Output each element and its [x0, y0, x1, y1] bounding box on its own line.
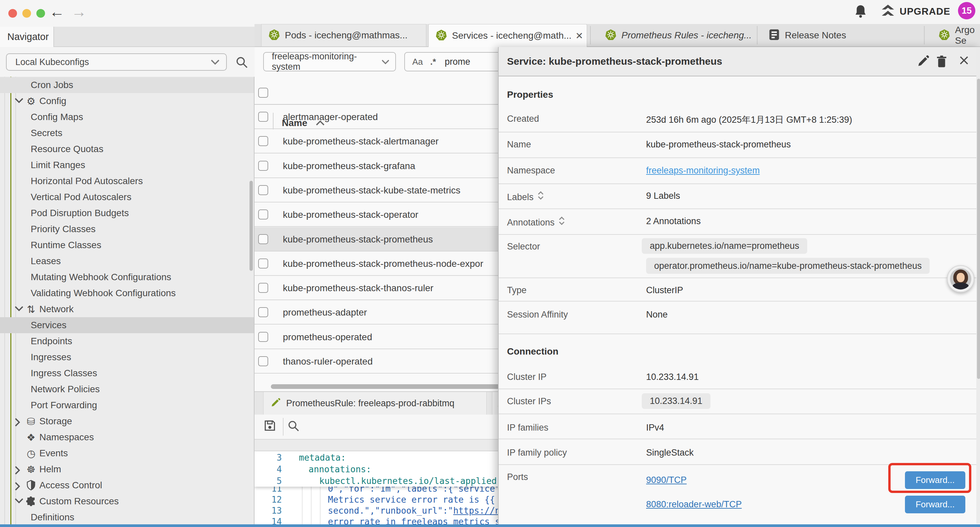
yaml-editor[interactable]: 11 0","for":"1m","labels":{"service":"f …: [255, 451, 503, 524]
forward-icon[interactable]: →: [72, 3, 87, 21]
cluster-ip-value: 10.233.14.91: [646, 372, 699, 382]
table-row-kube-prometheus-stack-thanos-ruler[interactable]: kube-prometheus-stack-thanos-ruler: [255, 276, 503, 300]
search-input[interactable]: Aa .* prome: [404, 52, 503, 72]
editor-tab-prometheusrule[interactable]: PrometheusRule: freeleaps-prod-rabbitmq: [263, 392, 487, 415]
table-row-alertmanager-operated[interactable]: alertmanager-operated: [255, 105, 503, 129]
table-row-thanos-ruler-operated[interactable]: thanos-ruler-operated: [255, 349, 503, 374]
port-link-9090[interactable]: 9090/TCP: [646, 475, 687, 485]
editor-search-icon[interactable]: [288, 420, 299, 433]
tab-argo[interactable]: Argo Se: [932, 24, 980, 46]
tab-navigator[interactable]: Navigator: [0, 27, 54, 47]
row-checkbox[interactable]: [258, 332, 268, 342]
detail-scrollbar[interactable]: [977, 79, 980, 379]
section-heading-connection: Connection: [507, 346, 558, 357]
created-value: 253d 16h 6m ago (2025年1月13日 GMT+8 1:25:3…: [646, 114, 852, 126]
row-checkbox[interactable]: [258, 283, 268, 293]
active-indent-guide: [10, 77, 11, 524]
services-list-panel: freeleaps-monitoring-system Aa .* prome …: [255, 47, 503, 524]
name-label: Name: [507, 139, 531, 150]
row-checkbox[interactable]: [258, 258, 268, 269]
namespace-select[interactable]: freeleaps-monitoring-system: [263, 52, 396, 72]
indent-guide: [4, 77, 5, 524]
annotations-value: 2 Annotations: [646, 216, 701, 226]
editor-line: 13 second.","runbook_url":"https://net: [255, 505, 503, 516]
session-affinity-label: Session Affinity: [507, 309, 568, 320]
table-row-kube-prometheus-stack-operator[interactable]: kube-prometheus-stack-operator: [255, 202, 503, 227]
close-icon[interactable]: [958, 54, 970, 68]
service-name-cell: kube-prometheus-stack-kube-state-metrics: [283, 178, 460, 202]
detail-header: Service: kube-prometheus-stack-prometheu…: [499, 47, 980, 76]
table-row-prometheus-adapter[interactable]: prometheus-adapter: [255, 300, 503, 325]
selector-badge: app.kubernetes.io/name=prometheus: [642, 238, 807, 254]
service-name-cell: kube-prometheus-stack-prometheus-node-ex…: [283, 252, 483, 276]
edit-icon[interactable]: [916, 55, 929, 69]
maximize-window-button[interactable]: [37, 9, 45, 18]
row-checkbox[interactable]: [258, 136, 268, 146]
section-heading-properties: Properties: [507, 89, 554, 100]
namespace-label: Namespace: [507, 166, 555, 176]
save-icon[interactable]: [264, 419, 276, 433]
ip-families-value: IPv4: [646, 423, 664, 433]
table-row-kube-prometheus-stack-prometheus-node-expor[interactable]: kube-prometheus-stack-prometheus-node-ex…: [255, 252, 503, 276]
bell-icon[interactable]: [854, 4, 867, 20]
namespace-link[interactable]: freeleaps-monitoring-system: [646, 166, 760, 176]
expand-collapse-icon[interactable]: [538, 191, 544, 202]
service-name-cell: thanos-ruler-operated: [283, 349, 372, 374]
table-row-kube-prometheus-stack-grafana[interactable]: kube-prometheus-stack-grafana: [255, 154, 503, 178]
ip-family-policy-value: SingleStack: [646, 447, 694, 458]
upgrade-button[interactable]: UPGRADE: [900, 6, 950, 17]
chevron-down-icon: [382, 59, 389, 64]
ip-families-label: IP families: [507, 423, 548, 433]
select-all-checkbox[interactable]: [258, 88, 268, 98]
row-checkbox[interactable]: [258, 234, 268, 244]
regex-toggle[interactable]: .*: [430, 57, 436, 67]
expand-collapse-icon[interactable]: [559, 216, 565, 228]
tab-release-notes[interactable]: Release Notes: [762, 24, 922, 46]
service-name-cell: kube-prometheus-stack-prometheus: [283, 227, 433, 252]
table-row-kube-prometheus-stack-prometheus[interactable]: kube-prometheus-stack-prometheus: [255, 227, 503, 252]
row-checkbox[interactable]: [258, 185, 268, 195]
runbook-url-link: https://net: [453, 506, 503, 516]
service-name-cell: kube-prometheus-stack-operator: [283, 202, 418, 227]
service-detail-panel: Service: kube-prometheus-stack-prometheu…: [498, 47, 980, 524]
upgrade-chevrons-icon[interactable]: [881, 3, 895, 21]
editor-divider-band: [255, 439, 503, 451]
match-case-toggle[interactable]: Aa: [412, 57, 423, 67]
row-checkbox[interactable]: [258, 209, 268, 220]
user-avatar[interactable]: [947, 265, 974, 293]
table-row-kube-prometheus-stack-alertmanager[interactable]: kube-prometheus-stack-alertmanager: [255, 129, 503, 153]
row-checkbox[interactable]: [258, 307, 268, 317]
name-value: kube-prometheus-stack-prometheus: [646, 139, 791, 150]
tab-prometheus-rules[interactable]: Prometheus Rules - icecheng...: [598, 24, 755, 46]
port-link-8080[interactable]: 8080:reloader-web/TCP: [646, 499, 742, 509]
back-icon[interactable]: ←: [49, 3, 65, 21]
tab-separator: [590, 26, 591, 45]
notification-count-badge[interactable]: 15: [958, 2, 975, 19]
row-checkbox[interactable]: [258, 112, 268, 122]
labels-value: 9 Labels: [646, 191, 680, 201]
kubernetes-icon: [269, 29, 280, 42]
close-window-button[interactable]: [8, 9, 17, 18]
minimize-window-button[interactable]: [22, 9, 31, 18]
close-tab-icon[interactable]: ✕: [575, 30, 583, 41]
sidebar-search-icon[interactable]: [235, 56, 248, 70]
kubeconfig-select[interactable]: Local Kubeconfigs: [6, 53, 227, 71]
type-value: ClusterIP: [646, 285, 683, 296]
tab-separator: [924, 26, 924, 45]
service-name-cell: prometheus-adapter: [283, 300, 367, 325]
delete-icon[interactable]: [935, 55, 948, 70]
tab-services[interactable]: Services - icecheng@math... ✕: [428, 24, 587, 47]
editor-line: 14 error rate in freeleaps metrics ser: [255, 516, 503, 524]
row-checkbox[interactable]: [258, 356, 268, 366]
search-query-text: prome: [445, 57, 470, 67]
tab-pods[interactable]: Pods - icecheng@mathmas...: [261, 24, 426, 46]
table-row-prometheus-operated[interactable]: prometheus-operated: [255, 325, 503, 349]
sidebar-scrollbar[interactable]: [250, 181, 253, 271]
forward-button-8080[interactable]: Forward...: [905, 496, 965, 513]
horizontal-scrollbar[interactable]: [271, 384, 500, 389]
service-name-cell: kube-prometheus-stack-thanos-ruler: [283, 276, 433, 300]
labels-label: Labels: [507, 191, 544, 202]
kubernetes-icon: [939, 29, 950, 42]
table-row-kube-prometheus-stack-kube-state-metrics[interactable]: kube-prometheus-stack-kube-state-metrics: [255, 178, 503, 202]
row-checkbox[interactable]: [258, 161, 268, 171]
